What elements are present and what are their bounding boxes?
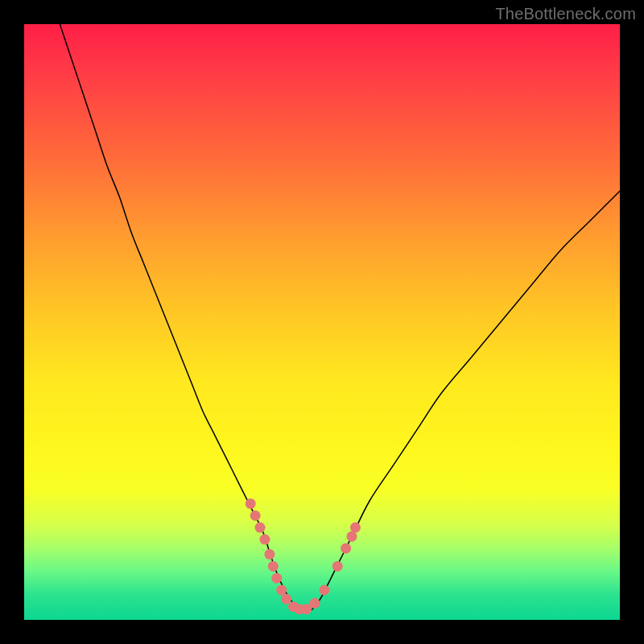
curve-marker [276,585,287,596]
curve-marker [341,543,351,554]
curve-marker [319,585,329,596]
curve-marker [246,498,256,509]
curve-marker [347,531,357,542]
curve-marker [255,522,266,533]
curve-marker [250,510,261,521]
chart-frame: TheBottleneck.com [0,0,644,644]
curve-marker [281,594,291,605]
plot-area [24,24,620,620]
bottleneck-curve [60,24,620,612]
curve-marker [332,561,343,572]
curve-marker [350,522,361,533]
curve-marker [310,598,320,609]
curve-marker [271,573,282,584]
curve-markers [246,498,361,614]
chart-svg [24,24,620,620]
curve-marker [268,561,279,572]
curve-marker [259,535,270,545]
attribution-label: TheBottleneck.com [495,5,636,23]
curve-marker [264,549,275,559]
